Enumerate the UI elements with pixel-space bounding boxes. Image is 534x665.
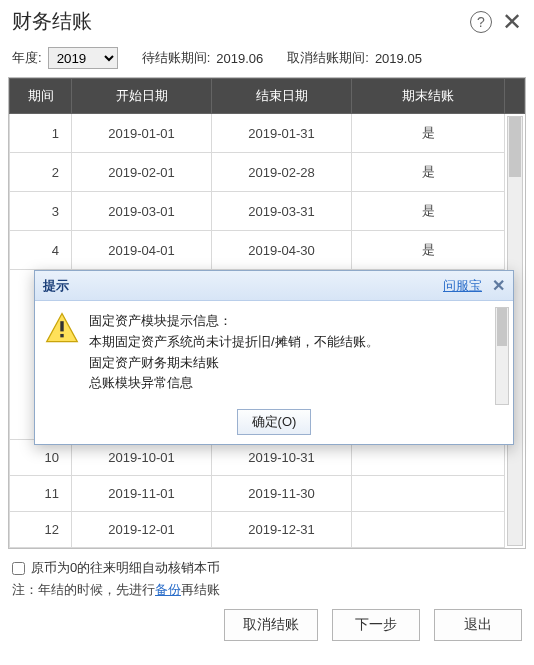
svg-rect-2	[60, 334, 63, 337]
cell-start: 2019-02-01	[72, 153, 212, 192]
dialog-close-icon[interactable]: ✕	[492, 276, 505, 295]
col-start: 开始日期	[72, 79, 212, 114]
cell-start: 2019-04-01	[72, 231, 212, 270]
auto-writeoff-label: 原币为0的往来明细自动核销本币	[31, 559, 220, 577]
exit-button[interactable]: 退出	[434, 609, 522, 641]
year-label: 年度:	[12, 49, 42, 67]
cell-end: 2019-11-30	[212, 476, 352, 512]
cell-end: 2019-03-31	[212, 192, 352, 231]
cancel-period-label: 取消结账期间:	[287, 49, 369, 67]
backup-link[interactable]: 备份	[155, 582, 181, 597]
cell-closed	[352, 512, 505, 548]
col-end: 结束日期	[212, 79, 352, 114]
pending-label: 待结账期间:	[142, 49, 211, 67]
cell-period: 1	[10, 114, 72, 153]
close-icon[interactable]: ✕	[502, 10, 522, 34]
cell-start: 2019-03-01	[72, 192, 212, 231]
dialog-title: 提示	[43, 277, 69, 295]
cell-period: 2	[10, 153, 72, 192]
cell-period: 3	[10, 192, 72, 231]
dialog-message: 固定资产模块提示信息：本期固定资产系统尚未计提折旧/摊销，不能结账。固定资产财务…	[89, 311, 503, 405]
cell-closed	[352, 476, 505, 512]
dialog-scrollbar[interactable]	[495, 307, 509, 405]
table-row[interactable]: 112019-11-012019-11-30	[10, 476, 525, 512]
cancel-period-value: 2019.05	[375, 51, 422, 66]
dialog-ok-button[interactable]: 确定(O)	[237, 409, 312, 435]
cell-start: 2019-12-01	[72, 512, 212, 548]
footer-note: 注：年结的时候，先进行备份再结账	[12, 581, 522, 599]
col-scroll-spacer	[505, 79, 525, 114]
cell-closed: 是	[352, 153, 505, 192]
table-row[interactable]: 32019-03-012019-03-31是	[10, 192, 525, 231]
table-row[interactable]: 22019-02-012019-02-28是	[10, 153, 525, 192]
cell-closed: 是	[352, 114, 505, 153]
year-select[interactable]: 2019	[48, 47, 118, 69]
cell-period: 4	[10, 231, 72, 270]
cell-period: 11	[10, 476, 72, 512]
col-period: 期间	[10, 79, 72, 114]
cell-closed: 是	[352, 231, 505, 270]
cell-period: 12	[10, 512, 72, 548]
cell-start: 2019-01-01	[72, 114, 212, 153]
cell-end: 2019-01-31	[212, 114, 352, 153]
pending-value: 2019.06	[216, 51, 263, 66]
alert-dialog: 提示 问服宝 ✕ 固定资产模块提示信息：本期固定资产系统尚未计提折旧/摊销，不能…	[34, 270, 514, 445]
table-row[interactable]: 122019-12-012019-12-31	[10, 512, 525, 548]
ask-support-link[interactable]: 问服宝	[443, 277, 482, 295]
cancel-close-button[interactable]: 取消结账	[224, 609, 318, 641]
page-title: 财务结账	[12, 8, 92, 35]
svg-rect-1	[60, 321, 63, 331]
cell-closed: 是	[352, 192, 505, 231]
help-icon[interactable]: ?	[470, 11, 492, 33]
cell-start: 2019-11-01	[72, 476, 212, 512]
cell-end: 2019-02-28	[212, 153, 352, 192]
table-row[interactable]: 42019-04-012019-04-30是	[10, 231, 525, 270]
auto-writeoff-checkbox[interactable]	[12, 562, 25, 575]
cell-end: 2019-04-30	[212, 231, 352, 270]
col-closed: 期末结账	[352, 79, 505, 114]
warning-icon	[45, 311, 79, 345]
cell-end: 2019-12-31	[212, 512, 352, 548]
table-row[interactable]: 12019-01-012019-01-31是	[10, 114, 525, 153]
next-button[interactable]: 下一步	[332, 609, 420, 641]
filter-bar: 年度: 2019 待结账期间: 2019.06 取消结账期间: 2019.05	[0, 39, 534, 77]
